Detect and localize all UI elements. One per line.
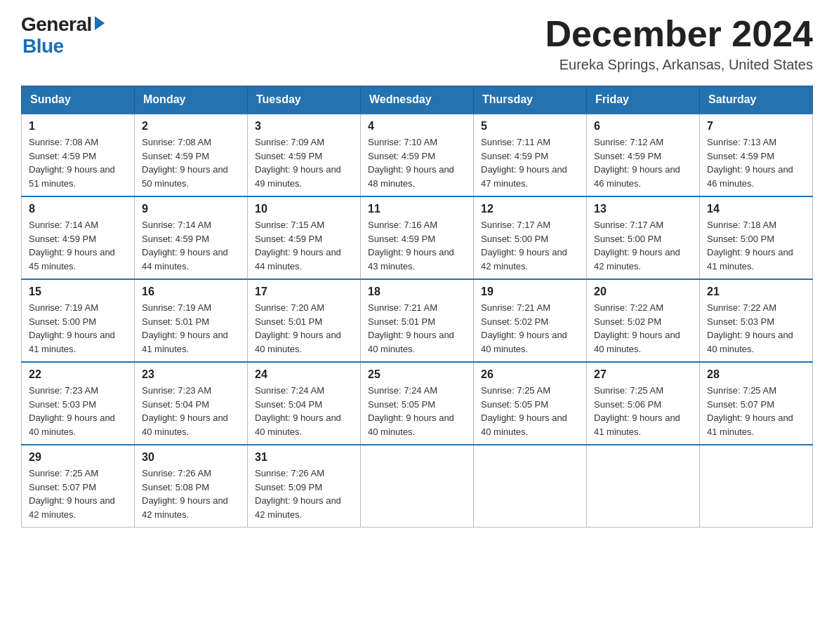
day-number: 11: [368, 203, 466, 215]
month-title: December 2024: [545, 14, 813, 54]
logo-triangle-icon: [95, 16, 105, 30]
day-info: Sunrise: 7:24 AMSunset: 5:04 PMDaylight:…: [255, 384, 353, 438]
calendar-cell: 4Sunrise: 7:10 AMSunset: 4:59 PMDaylight…: [361, 114, 474, 196]
day-info: Sunrise: 7:23 AMSunset: 5:04 PMDaylight:…: [142, 384, 240, 438]
calendar-cell: 31Sunrise: 7:26 AMSunset: 5:09 PMDayligh…: [248, 445, 361, 528]
calendar-cell: 29Sunrise: 7:25 AMSunset: 5:07 PMDayligh…: [22, 445, 135, 528]
calendar-cell: 14Sunrise: 7:18 AMSunset: 5:00 PMDayligh…: [700, 196, 813, 279]
day-info: Sunrise: 7:11 AMSunset: 4:59 PMDaylight:…: [481, 135, 579, 190]
day-number: 10: [255, 203, 353, 215]
day-number: 18: [368, 286, 466, 298]
logo-general-text: General: [21, 14, 92, 36]
weekday-header-row: SundayMondayTuesdayWednesdayThursdayFrid…: [22, 86, 813, 114]
week-row-4: 22Sunrise: 7:23 AMSunset: 5:03 PMDayligh…: [22, 362, 813, 445]
calendar-cell: 13Sunrise: 7:17 AMSunset: 5:00 PMDayligh…: [587, 196, 700, 279]
calendar-cell: 20Sunrise: 7:22 AMSunset: 5:02 PMDayligh…: [587, 279, 700, 362]
calendar-cell: 10Sunrise: 7:15 AMSunset: 4:59 PMDayligh…: [248, 196, 361, 279]
day-info: Sunrise: 7:16 AMSunset: 4:59 PMDaylight:…: [368, 218, 466, 273]
day-number: 24: [255, 368, 353, 381]
calendar-cell: 2Sunrise: 7:08 AMSunset: 4:59 PMDaylight…: [135, 114, 248, 196]
day-info: Sunrise: 7:26 AMSunset: 5:09 PMDaylight:…: [255, 467, 353, 521]
calendar-cell: 7Sunrise: 7:13 AMSunset: 4:59 PMDaylight…: [700, 114, 813, 196]
weekday-header-thursday: Thursday: [474, 86, 587, 114]
day-number: 26: [481, 368, 579, 381]
weekday-header-wednesday: Wednesday: [361, 86, 474, 114]
day-number: 1: [29, 120, 127, 133]
calendar-cell: 9Sunrise: 7:14 AMSunset: 4:59 PMDaylight…: [135, 196, 248, 279]
day-info: Sunrise: 7:09 AMSunset: 4:59 PMDaylight:…: [255, 135, 353, 190]
calendar-cell: 28Sunrise: 7:25 AMSunset: 5:07 PMDayligh…: [700, 362, 813, 445]
calendar-cell: 5Sunrise: 7:11 AMSunset: 4:59 PMDaylight…: [474, 114, 587, 196]
calendar-cell: 24Sunrise: 7:24 AMSunset: 5:04 PMDayligh…: [248, 362, 361, 445]
calendar-cell: 17Sunrise: 7:20 AMSunset: 5:01 PMDayligh…: [248, 279, 361, 362]
logo: General Blue: [21, 14, 105, 58]
week-row-1: 1Sunrise: 7:08 AMSunset: 4:59 PMDaylight…: [22, 114, 813, 196]
day-info: Sunrise: 7:19 AMSunset: 5:01 PMDaylight:…: [142, 301, 240, 356]
day-number: 4: [368, 120, 466, 133]
day-info: Sunrise: 7:23 AMSunset: 5:03 PMDaylight:…: [29, 384, 127, 438]
day-info: Sunrise: 7:20 AMSunset: 5:01 PMDaylight:…: [255, 301, 353, 356]
calendar-cell: 30Sunrise: 7:26 AMSunset: 5:08 PMDayligh…: [135, 445, 248, 528]
day-number: 28: [707, 368, 805, 381]
calendar-cell: 27Sunrise: 7:25 AMSunset: 5:06 PMDayligh…: [587, 362, 700, 445]
day-info: Sunrise: 7:24 AMSunset: 5:05 PMDaylight:…: [368, 384, 466, 438]
day-number: 2: [142, 120, 240, 133]
day-info: Sunrise: 7:08 AMSunset: 4:59 PMDaylight:…: [29, 135, 127, 190]
day-number: 29: [29, 451, 127, 464]
day-info: Sunrise: 7:19 AMSunset: 5:00 PMDaylight:…: [29, 301, 127, 356]
day-info: Sunrise: 7:25 AMSunset: 5:05 PMDaylight:…: [481, 384, 579, 438]
day-info: Sunrise: 7:21 AMSunset: 5:02 PMDaylight:…: [481, 301, 579, 356]
day-number: 3: [255, 120, 353, 133]
day-info: Sunrise: 7:08 AMSunset: 4:59 PMDaylight:…: [142, 135, 240, 190]
day-info: Sunrise: 7:18 AMSunset: 5:00 PMDaylight:…: [707, 218, 805, 273]
day-number: 17: [255, 286, 353, 298]
day-number: 23: [142, 368, 240, 381]
day-info: Sunrise: 7:15 AMSunset: 4:59 PMDaylight:…: [255, 218, 353, 273]
weekday-header-saturday: Saturday: [700, 86, 813, 114]
page-header: General Blue December 2024 Eureka Spring…: [21, 14, 813, 73]
day-number: 30: [142, 451, 240, 464]
calendar-cell: 12Sunrise: 7:17 AMSunset: 5:00 PMDayligh…: [474, 196, 587, 279]
calendar-cell: 6Sunrise: 7:12 AMSunset: 4:59 PMDaylight…: [587, 114, 700, 196]
day-number: 22: [29, 368, 127, 381]
weekday-header-friday: Friday: [587, 86, 700, 114]
day-number: 6: [594, 120, 692, 133]
calendar-cell: 16Sunrise: 7:19 AMSunset: 5:01 PMDayligh…: [135, 279, 248, 362]
day-number: 31: [255, 451, 353, 464]
title-section: December 2024 Eureka Springs, Arkansas, …: [545, 14, 813, 73]
calendar-cell: 22Sunrise: 7:23 AMSunset: 5:03 PMDayligh…: [22, 362, 135, 445]
day-info: Sunrise: 7:21 AMSunset: 5:01 PMDaylight:…: [368, 301, 466, 356]
day-info: Sunrise: 7:13 AMSunset: 4:59 PMDaylight:…: [707, 135, 805, 190]
location-title: Eureka Springs, Arkansas, United States: [545, 57, 813, 73]
calendar-cell: 19Sunrise: 7:21 AMSunset: 5:02 PMDayligh…: [474, 279, 587, 362]
weekday-header-tuesday: Tuesday: [248, 86, 361, 114]
day-number: 5: [481, 120, 579, 133]
calendar-cell: 11Sunrise: 7:16 AMSunset: 4:59 PMDayligh…: [361, 196, 474, 279]
day-info: Sunrise: 7:25 AMSunset: 5:07 PMDaylight:…: [29, 467, 127, 521]
day-info: Sunrise: 7:14 AMSunset: 4:59 PMDaylight:…: [29, 218, 127, 273]
day-number: 8: [29, 203, 127, 215]
logo-blue-text: Blue: [22, 36, 64, 58]
calendar-cell: 21Sunrise: 7:22 AMSunset: 5:03 PMDayligh…: [700, 279, 813, 362]
week-row-2: 8Sunrise: 7:14 AMSunset: 4:59 PMDaylight…: [22, 196, 813, 279]
day-info: Sunrise: 7:12 AMSunset: 4:59 PMDaylight:…: [594, 135, 692, 190]
day-number: 12: [481, 203, 579, 215]
week-row-5: 29Sunrise: 7:25 AMSunset: 5:07 PMDayligh…: [22, 445, 813, 528]
day-number: 25: [368, 368, 466, 381]
calendar-cell: [587, 445, 700, 528]
day-number: 21: [707, 286, 805, 298]
day-info: Sunrise: 7:25 AMSunset: 5:07 PMDaylight:…: [707, 384, 805, 438]
calendar-cell: [474, 445, 587, 528]
day-number: 13: [594, 203, 692, 215]
calendar-cell: 3Sunrise: 7:09 AMSunset: 4:59 PMDaylight…: [248, 114, 361, 196]
day-info: Sunrise: 7:17 AMSunset: 5:00 PMDaylight:…: [594, 218, 692, 273]
calendar-table: SundayMondayTuesdayWednesdayThursdayFrid…: [21, 86, 813, 528]
day-info: Sunrise: 7:14 AMSunset: 4:59 PMDaylight:…: [142, 218, 240, 273]
day-number: 20: [594, 286, 692, 298]
day-number: 27: [594, 368, 692, 381]
day-number: 16: [142, 286, 240, 298]
day-number: 7: [707, 120, 805, 133]
day-info: Sunrise: 7:10 AMSunset: 4:59 PMDaylight:…: [368, 135, 466, 190]
calendar-cell: 23Sunrise: 7:23 AMSunset: 5:04 PMDayligh…: [135, 362, 248, 445]
weekday-header-sunday: Sunday: [22, 86, 135, 114]
